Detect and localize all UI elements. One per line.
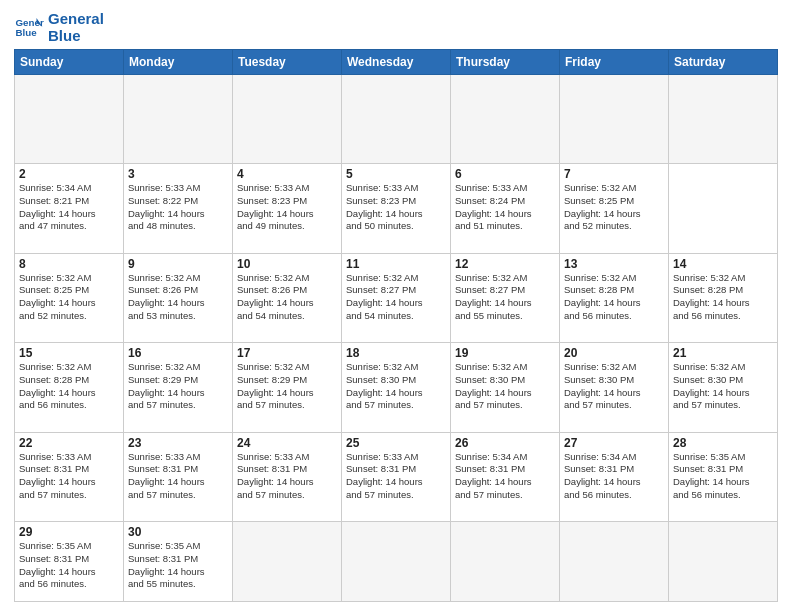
- week-row-5: 22Sunrise: 5:33 AMSunset: 8:31 PMDayligh…: [15, 432, 778, 522]
- day-number: 21: [673, 346, 773, 360]
- day-number: 4: [237, 167, 337, 181]
- day-info: Sunrise: 5:32 AMSunset: 8:28 PMDaylight:…: [673, 272, 773, 323]
- logo-icon: General Blue: [14, 12, 44, 42]
- day-info: Sunrise: 5:33 AMSunset: 8:23 PMDaylight:…: [346, 182, 446, 233]
- day-cell-4: 4Sunrise: 5:33 AMSunset: 8:23 PMDaylight…: [233, 164, 342, 254]
- weekday-header-sunday: Sunday: [15, 49, 124, 74]
- week-row-6: 29Sunrise: 5:35 AMSunset: 8:31 PMDayligh…: [15, 522, 778, 602]
- weekday-header-friday: Friday: [560, 49, 669, 74]
- day-number: 29: [19, 525, 119, 539]
- day-number: 5: [346, 167, 446, 181]
- empty-cell: [451, 522, 560, 602]
- day-cell-11: 11Sunrise: 5:32 AMSunset: 8:27 PMDayligh…: [342, 253, 451, 343]
- logo-text: GeneralBlue: [48, 10, 104, 45]
- day-number: 3: [128, 167, 228, 181]
- day-cell-29: 29Sunrise: 5:35 AMSunset: 8:31 PMDayligh…: [15, 522, 124, 602]
- day-info: Sunrise: 5:32 AMSunset: 8:27 PMDaylight:…: [346, 272, 446, 323]
- day-number: 16: [128, 346, 228, 360]
- day-info: Sunrise: 5:33 AMSunset: 8:31 PMDaylight:…: [346, 451, 446, 502]
- day-number: 13: [564, 257, 664, 271]
- day-cell-22: 22Sunrise: 5:33 AMSunset: 8:31 PMDayligh…: [15, 432, 124, 522]
- day-number: 10: [237, 257, 337, 271]
- day-info: Sunrise: 5:32 AMSunset: 8:30 PMDaylight:…: [455, 361, 555, 412]
- empty-cell: [233, 74, 342, 164]
- day-number: 26: [455, 436, 555, 450]
- day-cell-6: 6Sunrise: 5:33 AMSunset: 8:24 PMDaylight…: [451, 164, 560, 254]
- empty-cell: [560, 74, 669, 164]
- day-number: 8: [19, 257, 119, 271]
- empty-cell: [15, 74, 124, 164]
- day-info: Sunrise: 5:35 AMSunset: 8:31 PMDaylight:…: [673, 451, 773, 502]
- day-info: Sunrise: 5:33 AMSunset: 8:23 PMDaylight:…: [237, 182, 337, 233]
- day-info: Sunrise: 5:32 AMSunset: 8:28 PMDaylight:…: [564, 272, 664, 323]
- day-number: 11: [346, 257, 446, 271]
- day-number: 27: [564, 436, 664, 450]
- calendar-header-row: SundayMondayTuesdayWednesdayThursdayFrid…: [15, 49, 778, 74]
- day-info: Sunrise: 5:33 AMSunset: 8:22 PMDaylight:…: [128, 182, 228, 233]
- empty-cell: [560, 522, 669, 602]
- weekday-header-monday: Monday: [124, 49, 233, 74]
- page: General Blue GeneralBlue SundayMondayTue…: [0, 0, 792, 612]
- day-number: 9: [128, 257, 228, 271]
- week-row-2: 2Sunrise: 5:34 AMSunset: 8:21 PMDaylight…: [15, 164, 778, 254]
- weekday-header-tuesday: Tuesday: [233, 49, 342, 74]
- day-number: 20: [564, 346, 664, 360]
- day-cell-27: 27Sunrise: 5:34 AMSunset: 8:31 PMDayligh…: [560, 432, 669, 522]
- day-number: 18: [346, 346, 446, 360]
- day-info: Sunrise: 5:33 AMSunset: 8:31 PMDaylight:…: [128, 451, 228, 502]
- day-cell-28: 28Sunrise: 5:35 AMSunset: 8:31 PMDayligh…: [669, 432, 778, 522]
- day-number: 24: [237, 436, 337, 450]
- day-info: Sunrise: 5:32 AMSunset: 8:29 PMDaylight:…: [237, 361, 337, 412]
- day-info: Sunrise: 5:32 AMSunset: 8:28 PMDaylight:…: [19, 361, 119, 412]
- day-cell-26: 26Sunrise: 5:34 AMSunset: 8:31 PMDayligh…: [451, 432, 560, 522]
- day-number: 2: [19, 167, 119, 181]
- day-number: 19: [455, 346, 555, 360]
- day-cell-23: 23Sunrise: 5:33 AMSunset: 8:31 PMDayligh…: [124, 432, 233, 522]
- day-cell-20: 20Sunrise: 5:32 AMSunset: 8:30 PMDayligh…: [560, 343, 669, 433]
- day-number: 12: [455, 257, 555, 271]
- day-number: 23: [128, 436, 228, 450]
- day-cell-3: 3Sunrise: 5:33 AMSunset: 8:22 PMDaylight…: [124, 164, 233, 254]
- day-number: 22: [19, 436, 119, 450]
- day-info: Sunrise: 5:32 AMSunset: 8:27 PMDaylight:…: [455, 272, 555, 323]
- day-info: Sunrise: 5:32 AMSunset: 8:30 PMDaylight:…: [564, 361, 664, 412]
- empty-cell: [124, 74, 233, 164]
- logo: General Blue GeneralBlue: [14, 10, 104, 45]
- day-info: Sunrise: 5:32 AMSunset: 8:26 PMDaylight:…: [128, 272, 228, 323]
- day-info: Sunrise: 5:34 AMSunset: 8:21 PMDaylight:…: [19, 182, 119, 233]
- day-number: 15: [19, 346, 119, 360]
- day-number: 14: [673, 257, 773, 271]
- header: General Blue GeneralBlue: [14, 10, 778, 45]
- day-number: 7: [564, 167, 664, 181]
- day-info: Sunrise: 5:33 AMSunset: 8:31 PMDaylight:…: [19, 451, 119, 502]
- day-cell-16: 16Sunrise: 5:32 AMSunset: 8:29 PMDayligh…: [124, 343, 233, 433]
- day-cell-2: 2Sunrise: 5:34 AMSunset: 8:21 PMDaylight…: [15, 164, 124, 254]
- weekday-header-wednesday: Wednesday: [342, 49, 451, 74]
- empty-cell: [669, 522, 778, 602]
- day-number: 6: [455, 167, 555, 181]
- day-cell-8: 8Sunrise: 5:32 AMSunset: 8:25 PMDaylight…: [15, 253, 124, 343]
- day-cell-15: 15Sunrise: 5:32 AMSunset: 8:28 PMDayligh…: [15, 343, 124, 433]
- day-number: 17: [237, 346, 337, 360]
- empty-cell: [669, 74, 778, 164]
- day-info: Sunrise: 5:32 AMSunset: 8:25 PMDaylight:…: [19, 272, 119, 323]
- empty-cell: [451, 74, 560, 164]
- day-cell-9: 9Sunrise: 5:32 AMSunset: 8:26 PMDaylight…: [124, 253, 233, 343]
- weekday-header-thursday: Thursday: [451, 49, 560, 74]
- empty-cell: [233, 522, 342, 602]
- svg-text:Blue: Blue: [16, 27, 38, 38]
- empty-cell: [342, 74, 451, 164]
- day-info: Sunrise: 5:35 AMSunset: 8:31 PMDaylight:…: [19, 540, 119, 591]
- day-cell-17: 17Sunrise: 5:32 AMSunset: 8:29 PMDayligh…: [233, 343, 342, 433]
- weekday-header-saturday: Saturday: [669, 49, 778, 74]
- day-info: Sunrise: 5:32 AMSunset: 8:26 PMDaylight:…: [237, 272, 337, 323]
- day-info: Sunrise: 5:32 AMSunset: 8:29 PMDaylight:…: [128, 361, 228, 412]
- week-row-1: [15, 74, 778, 164]
- day-number: 25: [346, 436, 446, 450]
- calendar-table: SundayMondayTuesdayWednesdayThursdayFrid…: [14, 49, 778, 603]
- day-number: 28: [673, 436, 773, 450]
- day-cell-12: 12Sunrise: 5:32 AMSunset: 8:27 PMDayligh…: [451, 253, 560, 343]
- calendar-body: 2Sunrise: 5:34 AMSunset: 8:21 PMDaylight…: [15, 74, 778, 602]
- day-cell-5: 5Sunrise: 5:33 AMSunset: 8:23 PMDaylight…: [342, 164, 451, 254]
- day-cell-24: 24Sunrise: 5:33 AMSunset: 8:31 PMDayligh…: [233, 432, 342, 522]
